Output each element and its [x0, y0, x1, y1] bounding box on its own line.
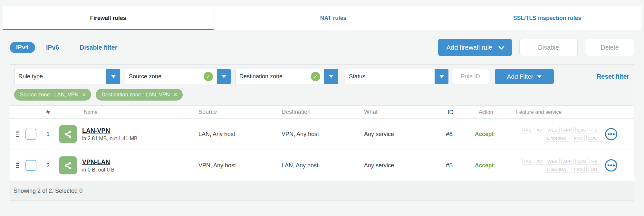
table-header: # Name Source Destination What ID Action…: [10, 106, 634, 119]
source-zone-dropdown-field[interactable]: Source zone ✓: [125, 69, 217, 84]
caret-down-icon: [222, 75, 226, 78]
tab-label: SSL/TLS inspection rules: [513, 15, 581, 22]
status-dropdown-button[interactable]: [435, 69, 448, 84]
header-destination: Destination: [282, 109, 364, 115]
drag-handle[interactable]: [16, 163, 19, 168]
share-rule-icon[interactable]: [59, 125, 77, 143]
caret-down-icon: [329, 75, 333, 78]
header-id: ID: [446, 109, 475, 116]
drag-handle[interactable]: [16, 132, 19, 137]
ipv4-toggle[interactable]: IPv4: [10, 42, 35, 53]
reset-filter-link[interactable]: Reset filter: [597, 73, 629, 80]
delete-button[interactable]: Delete: [585, 39, 634, 56]
caret-down-icon: [111, 75, 116, 78]
filter-chip-destination-zone[interactable]: Destination zone : LAN, VPN ✕: [96, 89, 182, 101]
badge-app: APP: [561, 158, 574, 165]
badge-qos: QoS: [575, 158, 588, 165]
filter-applied-check-icon: ✓: [204, 72, 213, 81]
cell-destination: VPN, Any host: [282, 131, 364, 138]
toolbar: IPv4 IPv6 Disable filter Add firewall ru…: [0, 30, 644, 64]
firewall-rules-card: Rule type Source zone ✓ Destination zone: [10, 64, 634, 201]
disable-button[interactable]: Disable: [519, 39, 578, 56]
filter-applied-check-icon: ✓: [311, 72, 320, 81]
table-footer: Showing 2 of 2. Selected 0: [10, 181, 634, 201]
badge-av: AV: [535, 127, 544, 133]
row-menu-ellipsis-button[interactable]: [605, 128, 617, 140]
rule-type-dropdown-field[interactable]: Rule type: [14, 69, 106, 84]
row-number: 1: [39, 131, 57, 138]
rule-traffic: in 2.81 MB, out 1.41 MB: [82, 136, 138, 142]
table-row: 2 VPN-LAN in 0 B, out 0 B VPN, Any host …: [10, 150, 634, 181]
destination-zone-dropdown[interactable]: Destination zone ✓: [235, 69, 338, 84]
badge-prx: PRX: [572, 135, 585, 142]
cell-what: Any service: [364, 131, 446, 138]
rule-traffic: in 0 B, out 0 B: [82, 167, 115, 173]
rule-name-link[interactable]: LAN-VPN: [82, 127, 110, 134]
add-filter-button[interactable]: Add Filter: [495, 69, 554, 84]
header-name: Name: [57, 109, 198, 115]
header-action: Action: [475, 109, 514, 115]
share-rule-icon[interactable]: [59, 156, 77, 174]
cell-id: #8: [446, 131, 475, 138]
caret-down-icon: [537, 75, 542, 78]
dropdown-label: Destination zone: [239, 73, 283, 80]
rule-type-dropdown-button[interactable]: [106, 69, 120, 84]
add-firewall-rule-button[interactable]: Add firewall rule: [438, 39, 512, 56]
badge-prx: PRX: [572, 166, 585, 173]
action-status: Accept: [475, 162, 494, 169]
filter-area: Rule type Source zone ✓ Destination zone: [10, 65, 634, 106]
filter-chip-source-zone[interactable]: Source zone : LAN, VPN ✕: [14, 89, 91, 101]
source-zone-dropdown-button[interactable]: [217, 69, 231, 84]
active-tab-underline: [3, 29, 214, 30]
badge-web: WEB: [546, 158, 560, 165]
row-count-summary: Showing 2 of 2. Selected 0: [14, 188, 82, 194]
row-menu-ellipsis-button[interactable]: [605, 159, 617, 172]
badge-web: WEB: [546, 127, 560, 133]
remove-chip-icon[interactable]: ✕: [82, 92, 86, 97]
share-icon: [64, 161, 72, 170]
disable-filter-link[interactable]: Disable filter: [80, 44, 117, 51]
badge-app: APP: [561, 127, 574, 133]
cell-id: #5: [446, 162, 475, 169]
badge-hb: HB: [590, 127, 600, 133]
dropdown-label: Rule type: [18, 73, 43, 80]
badge-ips: IPS: [522, 158, 533, 165]
badge-ips: IPS: [522, 127, 533, 133]
feature-badges: IPS AV WEB APP QoS HB LinkedNAT PRX LOG: [522, 158, 599, 173]
rule-type-dropdown[interactable]: Rule type: [14, 69, 120, 84]
row-checkbox[interactable]: [25, 160, 36, 171]
source-zone-dropdown[interactable]: Source zone ✓: [125, 69, 231, 84]
destination-zone-dropdown-field[interactable]: Destination zone ✓: [235, 69, 324, 84]
action-status: Accept: [475, 131, 494, 137]
status-dropdown-field[interactable]: Status: [345, 69, 435, 84]
caret-down-icon: [439, 75, 444, 78]
header-number: #: [39, 109, 57, 116]
tab-ssl-tls-inspection-rules[interactable]: SSL/TLS inspection rules: [453, 6, 641, 30]
row-checkbox[interactable]: [25, 129, 36, 140]
tab-nat-rules[interactable]: NAT rules: [214, 6, 453, 30]
tab-firewall-rules[interactable]: Firewall rules: [3, 6, 214, 30]
tab-label: Firewall rules: [90, 15, 126, 22]
tab-label: NAT rules: [320, 15, 346, 22]
cell-destination: LAN, Any host: [282, 162, 364, 169]
cell-what: Any service: [364, 162, 446, 169]
chevron-down-icon: [498, 44, 504, 49]
header-source: Source: [198, 109, 282, 115]
rule-id-input[interactable]: [452, 69, 489, 84]
remove-chip-icon[interactable]: ✕: [173, 92, 178, 97]
feature-badges: IPS AV WEB APP QoS HB LinkedNAT PRX LOG: [522, 127, 599, 142]
status-dropdown[interactable]: Status: [345, 69, 448, 84]
badge-log: LOG: [586, 135, 600, 142]
rule-name-link[interactable]: VPN-LAN: [82, 158, 110, 166]
badge-av: AV: [535, 158, 544, 165]
chip-label: Source zone : LAN, VPN: [20, 92, 79, 98]
chip-label: Destination zone : LAN, VPN: [101, 92, 170, 98]
destination-zone-dropdown-button[interactable]: [324, 69, 338, 84]
filter-row: Rule type Source zone ✓ Destination zone: [14, 69, 630, 84]
row-number: 2: [39, 162, 57, 169]
ipv6-toggle[interactable]: IPv6: [46, 44, 59, 51]
cell-source: LAN, Any host: [198, 131, 282, 138]
share-icon: [64, 130, 72, 139]
cell-source: VPN, Any host: [198, 162, 282, 169]
badge-qos: QoS: [575, 127, 588, 133]
